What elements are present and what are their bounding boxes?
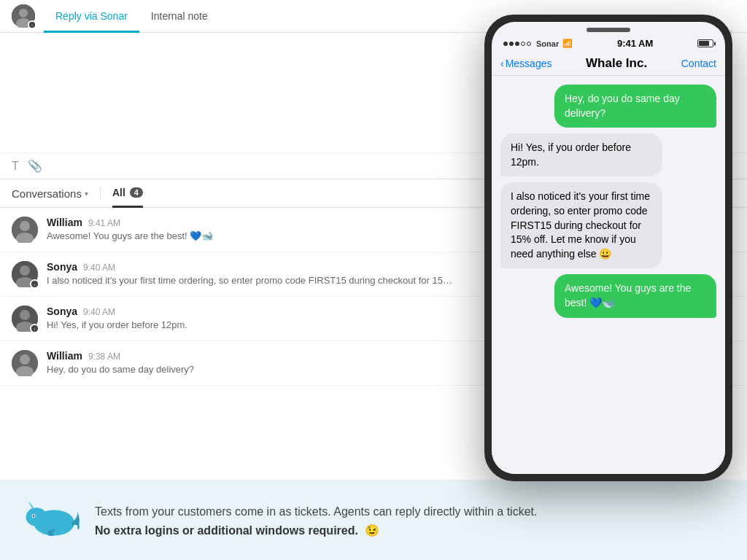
chat-bubble: Hey, do you do same day delivery? — [554, 85, 716, 128]
dot3 — [515, 42, 519, 46]
iphone-nav: ‹ Messages Whale Inc. Contact — [492, 52, 725, 76]
dot2 — [509, 42, 514, 46]
bubble-row: I also noticed it's your first time orde… — [500, 182, 716, 268]
phone-mockup: Sonar 📶 9:41 AM ‹ Messages Whale Inc. Co… — [470, 0, 747, 481]
tab-all[interactable]: All 4 — [112, 187, 143, 208]
svg-text:+: + — [34, 327, 36, 331]
svg-text:+: + — [34, 282, 36, 287]
conv-name: Sonya — [47, 261, 77, 273]
svg-point-19 — [20, 354, 30, 365]
status-left: Sonar 📶 — [503, 39, 573, 48]
phone-screen: Sonar 📶 9:41 AM ‹ Messages Whale Inc. Co… — [492, 22, 725, 474]
svg-point-9 — [20, 265, 30, 276]
status-time: 9:41 AM — [617, 38, 653, 49]
sub-text-emoji: 😉 — [365, 524, 379, 537]
bottom-section: Texts from your customers come in as tic… — [0, 480, 747, 560]
wifi-icon: 📶 — [562, 39, 573, 48]
attachment-icon[interactable]: 📎 — [28, 159, 42, 173]
conv-preview: Hey, do you do same day delivery? — [47, 364, 455, 375]
bubble-row: Hey, do you do same day delivery? — [500, 85, 716, 128]
conv-avatar — [12, 350, 38, 376]
chat-bubble: Awesome! You guys are the best! 💙🐋 — [554, 274, 716, 317]
whale-logo — [22, 494, 80, 545]
iphone-title: Whale Inc. — [586, 56, 647, 71]
avatar-image — [12, 350, 38, 376]
dot4 — [521, 42, 525, 46]
tab-note[interactable]: Internal note — [139, 0, 220, 33]
avatar-badge: + — [28, 20, 36, 29]
conv-time: 9:38 AM — [88, 351, 120, 362]
battery-fill — [699, 41, 709, 46]
conv-time: 9:40 AM — [83, 262, 115, 273]
user-avatar: + — [12, 4, 35, 28]
avatar-image — [12, 217, 38, 243]
conversations-text: Conversations — [12, 187, 82, 200]
bubble-row: Hi! Yes, if you order before 12pm. — [500, 133, 716, 176]
carrier-name: Sonar — [536, 39, 559, 48]
back-button[interactable]: ‹ Messages — [500, 58, 551, 69]
conv-time: 9:41 AM — [88, 218, 120, 228]
conv-name: William — [47, 350, 82, 362]
svg-point-24 — [33, 515, 34, 516]
conv-preview: Hi! Yes, if you order before 12pm. — [47, 319, 455, 330]
phone-speaker — [587, 28, 630, 32]
bottom-text: Texts from your customers come in as tic… — [95, 503, 725, 537]
tab-all-label: All — [112, 187, 125, 198]
dot5 — [527, 42, 531, 46]
conv-name: Sonya — [47, 306, 77, 317]
text-format-icon[interactable]: T — [12, 160, 19, 173]
chat-bubble: I also noticed it's your first time orde… — [500, 182, 662, 268]
avatar-badge: + — [30, 279, 39, 289]
conv-preview: I also noticed it's your first time orde… — [47, 275, 455, 286]
chat-bubble: Hi! Yes, if you order before 12pm. — [500, 133, 662, 176]
conv-avatar: + — [12, 306, 38, 332]
conv-avatar — [12, 217, 38, 243]
bottom-main-text: Texts from your customers come in as tic… — [95, 503, 725, 521]
conversations-label[interactable]: Conversations ▾ — [12, 187, 101, 200]
battery-icon — [697, 39, 713, 47]
chat-area: Hey, do you do same day delivery? Hi! Ye… — [492, 76, 725, 474]
main-text-content: Texts from your customers come in as tic… — [95, 505, 537, 518]
chevron-down-icon: ▾ — [85, 190, 88, 198]
back-chevron-icon: ‹ — [500, 58, 504, 69]
svg-point-6 — [20, 221, 30, 231]
conversations-badge: 4 — [130, 187, 143, 198]
signal-dots — [503, 42, 531, 46]
conv-time: 9:40 AM — [83, 307, 115, 317]
conv-avatar: + — [12, 261, 38, 287]
avatar-badge: + — [30, 324, 39, 333]
conv-name: William — [47, 217, 82, 228]
status-bar: Sonar 📶 9:41 AM — [492, 35, 725, 52]
phone-frame: Sonar 📶 9:41 AM ‹ Messages Whale Inc. Co… — [484, 15, 732, 481]
back-label: Messages — [506, 58, 552, 69]
contact-button[interactable]: Contact — [681, 58, 716, 69]
status-right — [697, 39, 713, 47]
svg-text:+: + — [31, 23, 34, 27]
conv-preview: Awesome! You guys are the best! 💙🐋 — [47, 230, 455, 241]
sub-text-bold: No extra logins or additional windows re… — [95, 524, 358, 537]
svg-point-14 — [20, 310, 30, 320]
bubble-row: Awesome! You guys are the best! 💙🐋 — [500, 274, 716, 317]
svg-point-1 — [19, 9, 28, 18]
bottom-sub-text: No extra logins or additional windows re… — [95, 524, 725, 537]
tab-reply[interactable]: Reply via Sonar — [44, 0, 139, 33]
dot1 — [503, 42, 508, 46]
svg-point-22 — [26, 508, 47, 526]
